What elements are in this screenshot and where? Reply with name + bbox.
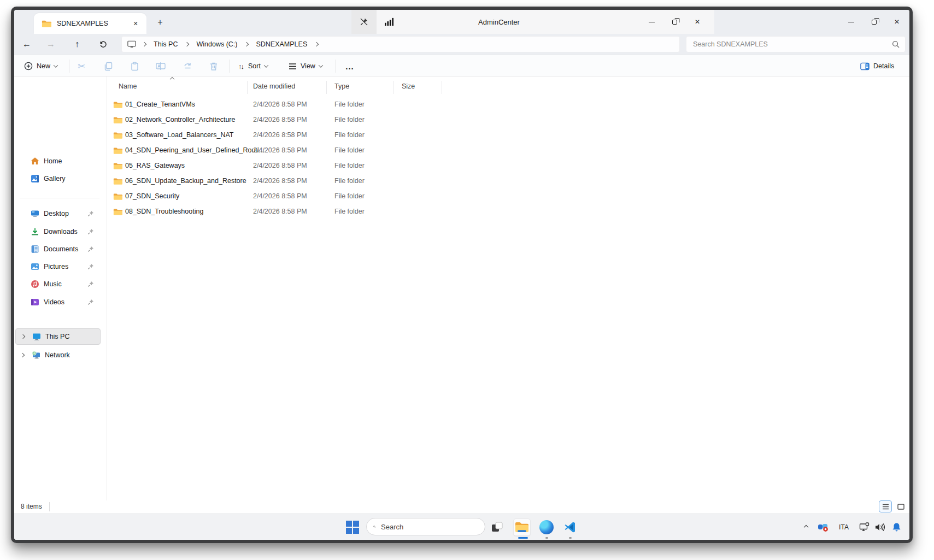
- column-divider[interactable]: [393, 81, 393, 94]
- column-header-type[interactable]: Type: [334, 82, 349, 90]
- start-button[interactable]: [344, 518, 361, 536]
- details-view-toggle[interactable]: [879, 500, 892, 512]
- tray-notifications-button[interactable]: [889, 520, 903, 535]
- view-button[interactable]: View: [284, 57, 327, 75]
- rdp-minimize-button[interactable]: [640, 10, 663, 34]
- explorer-tab-strip: SDNEXAMPLES ✕ + AdminCenter: [14, 10, 909, 34]
- remote-desktop-screen: SDNEXAMPLES ✕ + AdminCenter: [14, 10, 909, 540]
- rename-button[interactable]: [150, 57, 172, 75]
- column-header-name[interactable]: Name: [119, 82, 137, 90]
- column-divider[interactable]: [442, 81, 442, 94]
- pin-icon: [87, 246, 94, 252]
- breadcrumb-chevron-icon[interactable]: [314, 42, 319, 46]
- vscode-taskbar-button[interactable]: [561, 518, 579, 536]
- file-row[interactable]: 05_RAS_Gateways 2/4/2026 8:58 PM File fo…: [107, 158, 544, 174]
- file-row[interactable]: 01_Create_TenantVMs 2/4/2026 8:58 PM Fil…: [107, 97, 544, 113]
- file-date: 2/4/2026 8:58 PM: [253, 208, 307, 215]
- expand-chevron-icon[interactable]: [20, 353, 25, 357]
- file-row[interactable]: 08_SDN_Troubleshooting 2/4/2026 8:58 PM …: [107, 204, 544, 220]
- search-icon[interactable]: [892, 40, 900, 48]
- folder-icon: [113, 101, 122, 111]
- this-pc-icon: [127, 40, 136, 48]
- breadcrumb-chevron-icon[interactable]: [244, 42, 249, 46]
- expand-chevron-icon[interactable]: [21, 334, 25, 339]
- new-label: New: [37, 62, 50, 70]
- cut-button[interactable]: ✂: [71, 57, 92, 75]
- tab-close-icon[interactable]: ✕: [130, 18, 141, 29]
- explorer-tab[interactable]: SDNEXAMPLES ✕: [34, 13, 146, 34]
- rdp-close-button[interactable]: ✕: [686, 10, 709, 34]
- edge-taskbar-button[interactable]: [538, 518, 555, 536]
- new-button[interactable]: New: [20, 57, 62, 75]
- column-header-size[interactable]: Size: [402, 82, 415, 90]
- sidebar-item-home[interactable]: Home: [15, 153, 101, 169]
- tray-volume-icon[interactable]: [873, 520, 886, 535]
- file-list-pane: Name Date modified Type Size 01_Create_T…: [107, 76, 909, 500]
- tray-language-indicator[interactable]: ITA: [836, 520, 852, 535]
- breadcrumb-chevron-icon[interactable]: [142, 42, 146, 46]
- unpin-icon[interactable]: [351, 10, 377, 34]
- rdp-restore-button[interactable]: [663, 10, 686, 34]
- delete-button[interactable]: [203, 57, 225, 75]
- breadcrumb-item-this-pc[interactable]: This PC: [150, 39, 181, 49]
- running-app-dot: [569, 537, 572, 539]
- share-button[interactable]: [177, 57, 198, 75]
- breadcrumb-item-drive[interactable]: Windows (C:): [193, 39, 240, 49]
- column-divider[interactable]: [326, 81, 327, 94]
- file-row[interactable]: 02_Network_Controller_Architecture 2/4/2…: [107, 113, 544, 128]
- folder-icon: [113, 162, 122, 172]
- sort-button[interactable]: ↑↓ Sort: [234, 57, 272, 75]
- explorer-window-controls: ✕: [839, 10, 908, 34]
- details-pane-button[interactable]: Details: [856, 57, 898, 75]
- view-lines-icon: [289, 63, 297, 70]
- back-button[interactable]: ←: [19, 36, 35, 52]
- taskbar-search-box[interactable]: [366, 518, 485, 535]
- taskbar-search-input[interactable]: [380, 522, 478, 532]
- sidebar-item-videos[interactable]: Videos: [15, 294, 101, 310]
- file-explorer-taskbar-button[interactable]: [513, 518, 531, 536]
- file-row[interactable]: 07_SDN_Security 2/4/2026 8:58 PM File fo…: [107, 189, 544, 204]
- sidebar-item-this-pc[interactable]: This PC: [15, 328, 101, 345]
- breadcrumb-item-folder[interactable]: SDNEXAMPLES: [252, 39, 310, 49]
- file-row[interactable]: 04_SDN_Peering_and_User_Defined_Routi...…: [107, 143, 544, 158]
- column-divider[interactable]: [247, 81, 248, 94]
- content-view-toggle[interactable]: [894, 500, 907, 512]
- refresh-button[interactable]: [95, 36, 111, 52]
- sidebar-item-gallery[interactable]: Gallery: [15, 170, 101, 187]
- cut-icon: ✂: [78, 61, 85, 72]
- task-view-button[interactable]: [489, 518, 506, 536]
- pin-icon: [87, 263, 94, 270]
- explorer-search-box[interactable]: [686, 36, 906, 52]
- sort-ascending-icon: [170, 77, 174, 81]
- sidebar-item-desktop[interactable]: Desktop: [15, 205, 101, 222]
- up-button[interactable]: ↑: [69, 36, 85, 52]
- folder-icon: [113, 116, 122, 126]
- tray-network-icon[interactable]: [858, 520, 871, 535]
- downloads-icon: [31, 227, 39, 236]
- file-row[interactable]: 03_Software_Load_Balancers_NAT 2/4/2026 …: [107, 128, 544, 143]
- explorer-search-input[interactable]: [692, 40, 892, 49]
- see-more-button[interactable]: ...: [340, 57, 360, 75]
- window-close-button[interactable]: ✕: [885, 10, 908, 34]
- tray-show-hidden-icons-button[interactable]: [800, 520, 813, 535]
- copy-button[interactable]: [97, 57, 119, 75]
- forward-button[interactable]: →: [43, 36, 59, 52]
- column-header-date[interactable]: Date modified: [253, 82, 295, 90]
- paste-button[interactable]: [124, 57, 145, 75]
- window-minimize-button[interactable]: [839, 10, 862, 34]
- breadcrumb: This PC Windows (C:) SDNEXAMPLES: [121, 36, 680, 52]
- breadcrumb-chevron-icon[interactable]: [185, 42, 189, 46]
- tray-app-badge-button[interactable]: [816, 520, 830, 535]
- window-maximize-button[interactable]: [862, 10, 885, 34]
- folder-icon: [42, 20, 51, 28]
- sidebar-item-network[interactable]: Network: [15, 347, 101, 363]
- sidebar-item-downloads[interactable]: Downloads: [15, 223, 101, 240]
- sidebar-item-pictures[interactable]: Pictures: [15, 258, 101, 275]
- file-row[interactable]: 06_SDN_Update_Backup_and_Restore 2/4/202…: [107, 174, 544, 189]
- vscode-icon: [563, 521, 577, 534]
- sidebar-item-music[interactable]: Music: [15, 276, 101, 292]
- new-tab-button[interactable]: +: [154, 16, 166, 28]
- chevron-down-icon: [54, 63, 58, 67]
- sidebar-item-documents[interactable]: Documents: [15, 241, 101, 257]
- connection-quality-icon[interactable]: [377, 10, 402, 34]
